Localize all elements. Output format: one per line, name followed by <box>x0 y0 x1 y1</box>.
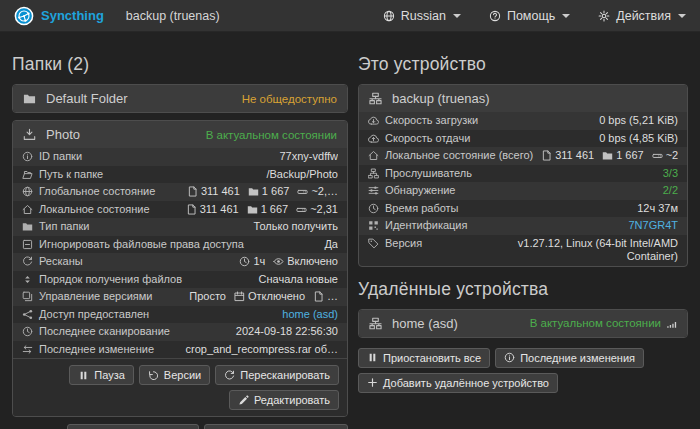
signal-icon <box>666 318 677 329</box>
row-label-text: Ресканы <box>39 255 83 269</box>
button-label: Пауза <box>94 369 125 381</box>
pause-all-devices-button[interactable]: Приостановить все <box>358 348 490 368</box>
clock-icon <box>22 326 33 337</box>
button-label: Редактировать <box>254 394 330 406</box>
pause-folder-button[interactable]: Пауза <box>69 365 134 385</box>
caret-down-icon <box>562 14 570 18</box>
folder-header-default[interactable]: Default Folder Не общедоступно <box>13 85 347 112</box>
value-text: 2/2 <box>663 184 678 198</box>
value-segment: ~2,31 <box>296 203 338 217</box>
add-remote-device-button[interactable]: Добавить удалённое устройство <box>358 373 558 393</box>
pause-all-folders-button[interactable]: Приостановить все <box>67 424 199 429</box>
row-label-text: Прослушиватель <box>385 167 472 181</box>
row-label: Тип папки <box>22 220 89 234</box>
hdd-icon <box>296 204 307 215</box>
value-text: /Backup/Photo <box>266 168 338 182</box>
gear-icon <box>598 10 610 22</box>
file-icon <box>186 204 197 215</box>
minus-square-icon <box>22 239 33 250</box>
button-label: Последние изменения <box>520 352 635 364</box>
remote-device-status: В актуальном состоянии <box>530 317 677 329</box>
row-label: Время работы <box>368 202 459 216</box>
row-label-text: Скорость загрузки <box>385 114 478 128</box>
qrcode-icon <box>368 220 379 231</box>
main-content: Папки (2) Default Folder Не общедоступно… <box>0 32 700 429</box>
row-label: Управление версиями <box>22 290 152 304</box>
file-icon <box>187 186 198 197</box>
navbar-device-name: backup (truenas) <box>126 9 220 23</box>
language-menu[interactable]: Russian <box>383 9 461 23</box>
row-label-text: Локальное состояние (всего) <box>385 149 533 163</box>
detail-row: Управление версиямиПростоОтключено… <box>13 288 347 306</box>
row-label-text: Версия <box>385 237 422 251</box>
value-segment: Просто <box>189 290 226 304</box>
folders-column: Папки (2) Default Folder Не общедоступно… <box>12 42 348 429</box>
value-segment: Сначала новые <box>259 273 338 287</box>
row-label-text: ID папки <box>39 150 82 164</box>
value-text: 1 667 <box>616 149 644 163</box>
actions-menu[interactable]: Действия <box>598 9 686 23</box>
device-icon <box>369 92 382 105</box>
detail-row: Идентификация7N7GR4T <box>359 217 687 235</box>
device-name: backup (truenas) <box>392 91 490 106</box>
versions-button[interactable]: Версии <box>139 365 210 385</box>
folder-details: ID папки77xny-vdffwПуть к папке/Backup/P… <box>13 148 347 358</box>
folder-header-photo[interactable]: Photo В актуальном состоянии <box>13 121 347 148</box>
file-icon <box>541 150 552 161</box>
row-label: Ресканы <box>22 255 83 269</box>
info-icon <box>22 151 33 162</box>
value-text: Включено <box>287 255 338 269</box>
detail-row: Время работы12ч 37м <box>359 200 687 218</box>
button-label: Версии <box>164 369 201 381</box>
value-text: 0 bps (5,21 KiB) <box>599 114 678 128</box>
row-value: /Backup/Photo <box>258 168 338 182</box>
recent-changes-button[interactable]: Последние изменения <box>495 348 644 368</box>
value-segment: 1 667 <box>602 149 644 163</box>
detail-row: Скорость отдачи0 bps (4,85 KiB) <box>359 130 687 148</box>
pause-icon <box>367 352 378 363</box>
this-device-panel: backup (truenas) Скорость загрузки0 bps … <box>358 84 688 267</box>
value-link[interactable]: home (asd) <box>282 308 338 322</box>
help-menu[interactable]: Помощь <box>489 9 570 23</box>
value-text: Просто <box>189 290 226 304</box>
rescan-all-folders-button[interactable]: Пересканировать все <box>204 424 348 429</box>
detail-row: Глобальное состояние311 4611 667~2,… <box>13 183 347 201</box>
value-segment: 311 461 <box>186 203 239 217</box>
value-segment: Только получить <box>254 220 338 234</box>
value-segment: … <box>313 290 338 304</box>
detail-row: Доступ предоставленhome (asd) <box>13 306 347 324</box>
value-text: 7N7GR4T <box>628 219 678 233</box>
row-value: 12ч 37м <box>629 202 678 216</box>
row-value: Да <box>316 238 338 252</box>
this-device-header[interactable]: backup (truenas) <box>359 85 687 112</box>
row-label-text: Время работы <box>385 202 459 216</box>
value-link[interactable]: 7N7GR4T <box>628 219 678 233</box>
value-text: Отключено <box>248 290 305 304</box>
cloud-down-icon <box>368 115 379 126</box>
row-label: Обнаружение <box>368 184 455 198</box>
detail-row: Последнее изменениеcrop_and_recompress.r… <box>13 341 347 359</box>
remote-device-status-text: В актуальном состоянии <box>530 317 661 329</box>
navbar-menus: RussianПомощьДействия <box>383 9 686 23</box>
remote-device-header[interactable]: home (asd) В актуальном состоянии <box>359 310 687 337</box>
receive-only-folder-icon <box>23 128 36 141</box>
row-value: Только получить <box>246 220 338 234</box>
cloud-up-icon <box>368 133 379 144</box>
row-label: ID папки <box>22 150 82 164</box>
folder-icon <box>22 221 33 232</box>
undo-icon <box>148 370 159 381</box>
remote-devices-heading: Удалённые устройства <box>358 279 688 300</box>
value-text: 311 461 <box>200 203 239 217</box>
row-value: crop_and_recompress.rar об… <box>178 343 338 357</box>
value-segment: 311 461 <box>541 149 594 163</box>
clock-icon <box>239 256 250 267</box>
rescan-folder-button[interactable]: Пересканировать <box>215 365 339 385</box>
value-segment: Включено <box>273 255 338 269</box>
refresh-icon <box>224 370 235 381</box>
plus-icon <box>367 377 378 388</box>
globe-icon <box>383 10 395 22</box>
devices-column: Это устройство backup (truenas) Скорость… <box>358 42 688 429</box>
eye-icon <box>273 256 284 267</box>
hdd-icon <box>652 150 663 161</box>
edit-folder-button[interactable]: Редактировать <box>229 390 339 410</box>
